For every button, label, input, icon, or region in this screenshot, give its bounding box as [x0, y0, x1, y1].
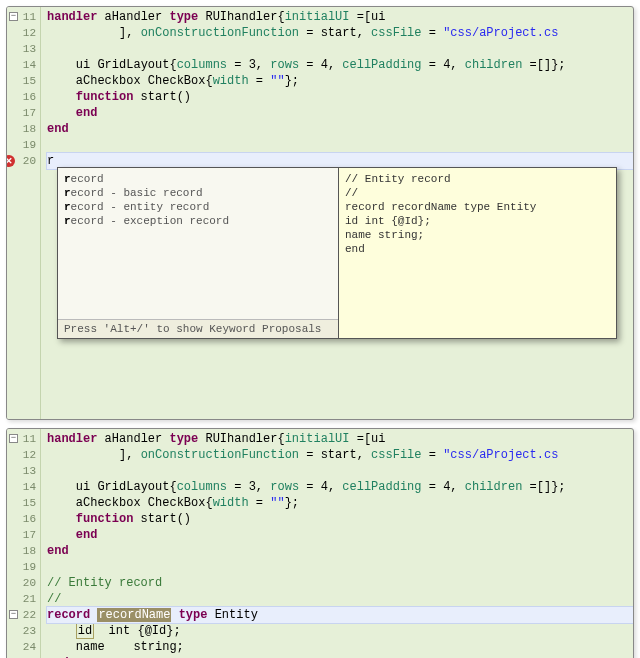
line-number: 12 — [7, 447, 40, 463]
editor-pane-bottom: −11 12 13 14 15 16 17 18 19 20 21 −22 23… — [6, 428, 634, 658]
fold-toggle-icon[interactable]: − — [9, 434, 18, 443]
code-line: aCheckbox CheckBox{width = ""}; — [47, 495, 633, 511]
code-area-top[interactable]: handler aHandler type RUIhandler{initial… — [41, 7, 633, 171]
proposal-list[interactable]: record record - basic record record - en… — [58, 168, 338, 338]
code-line — [47, 559, 633, 575]
line-number: 20 — [7, 575, 40, 591]
line-number: 13 — [7, 41, 40, 57]
code-line: ], onConstructionFunction = start, cssFi… — [47, 447, 633, 463]
code-line: end — [47, 527, 633, 543]
error-icon[interactable]: ✕ — [6, 155, 15, 167]
line-number: 14 — [7, 57, 40, 73]
line-number: 15 — [7, 73, 40, 89]
line-number: 21 — [7, 591, 40, 607]
code-line: end — [47, 105, 633, 121]
code-line: id int {@Id}; — [47, 623, 633, 639]
gutter-bottom: −11 12 13 14 15 16 17 18 19 20 21 −22 23… — [7, 429, 41, 658]
code-line: end — [47, 543, 633, 559]
code-line: aCheckbox CheckBox{width = ""}; — [47, 73, 633, 89]
code-line: // Entity record — [47, 575, 633, 591]
linked-edit-box[interactable]: id — [76, 623, 94, 639]
code-line: ui GridLayout{columns = 3, rows = 4, cel… — [47, 479, 633, 495]
code-area-bottom[interactable]: handler aHandler type RUIhandler{initial… — [41, 429, 633, 658]
line-number: 17 — [7, 527, 40, 543]
gutter-top: −11 12 13 14 15 16 17 18 19 ✕20 — [7, 7, 41, 419]
line-number: 18 — [7, 121, 40, 137]
line-number: −11 — [7, 431, 40, 447]
line-number: −11 — [7, 9, 40, 25]
proposal-item[interactable]: record - basic record — [64, 186, 332, 200]
line-number: 14 — [7, 479, 40, 495]
line-number: ✕20 — [7, 153, 40, 169]
line-number: 19 — [7, 137, 40, 153]
proposal-status-bar: Press 'Alt+/' to show Keyword Proposals — [58, 319, 338, 338]
editor-pane-top: −11 12 13 14 15 16 17 18 19 ✕20 handler … — [6, 6, 634, 420]
code-line-current: record recordName type Entity — [47, 607, 633, 623]
proposal-item[interactable]: record - exception record — [64, 214, 332, 228]
line-number: 13 — [7, 463, 40, 479]
proposal-item[interactable]: record — [64, 172, 332, 186]
code-line — [47, 463, 633, 479]
code-line — [47, 41, 633, 57]
code-line — [47, 137, 633, 153]
code-line: name string; — [47, 639, 633, 655]
code-line: function start() — [47, 89, 633, 105]
line-number: 24 — [7, 639, 40, 655]
line-number: 17 — [7, 105, 40, 121]
line-number: 16 — [7, 511, 40, 527]
code-line: handler aHandler type RUIhandler{initial… — [47, 431, 633, 447]
line-number: 12 — [7, 25, 40, 41]
fold-toggle-icon[interactable]: − — [9, 12, 18, 21]
code-line: function start() — [47, 511, 633, 527]
code-line: end — [47, 121, 633, 137]
line-number: 23 — [7, 623, 40, 639]
code-line: // — [47, 591, 633, 607]
proposal-item[interactable]: record - entity record — [64, 200, 332, 214]
code-line: ], onConstructionFunction = start, cssFi… — [47, 25, 633, 41]
fold-toggle-icon[interactable]: − — [9, 610, 18, 619]
line-number: −22 — [7, 607, 40, 623]
code-line: handler aHandler type RUIhandler{initial… — [47, 9, 633, 25]
code-line: ui GridLayout{columns = 3, rows = 4, cel… — [47, 57, 633, 73]
line-number: 16 — [7, 89, 40, 105]
proposal-doc-panel: // Entity record // record recordName ty… — [338, 168, 616, 338]
selected-identifier[interactable]: recordName — [97, 608, 171, 622]
proposal-items: record record - basic record record - en… — [58, 168, 338, 319]
line-number: 18 — [7, 543, 40, 559]
line-number: 19 — [7, 559, 40, 575]
line-number: 15 — [7, 495, 40, 511]
autocomplete-popup: record record - basic record record - en… — [57, 167, 617, 339]
